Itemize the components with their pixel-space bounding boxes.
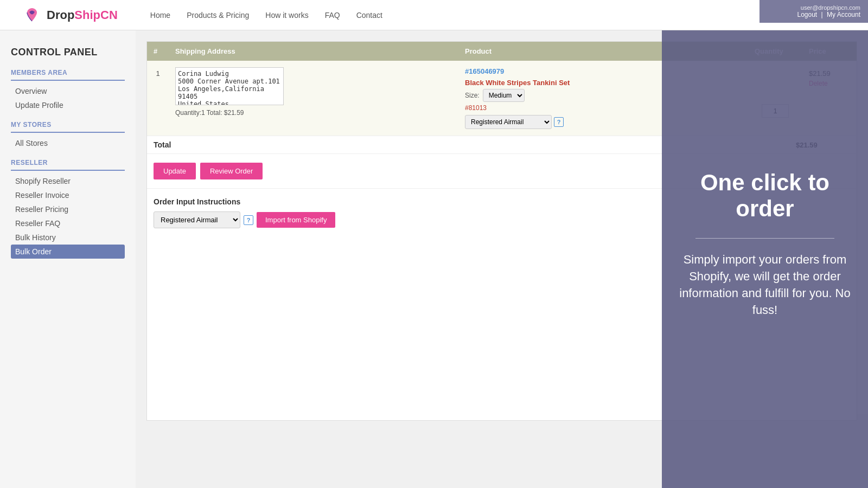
members-area-label: MEMBERS AREA (11, 69, 125, 76)
update-button[interactable]: Update (154, 163, 196, 179)
user-links: Logout | My Account (797, 11, 860, 18)
help-icon[interactable]: ? (554, 117, 564, 127)
overlay-divider (695, 238, 834, 239)
sidebar-item-shopify-reseller[interactable]: Shopify Reseller (11, 174, 125, 188)
nav-products-pricing[interactable]: Products & Pricing (187, 11, 249, 20)
reseller-label: RESELLER (11, 159, 125, 166)
size-label: Size: (465, 92, 480, 99)
sidebar-title: CONTROL PANEL (11, 47, 125, 58)
logo-icon (22, 5, 42, 25)
import-from-shopify-button[interactable]: Import from Shopify (257, 212, 335, 228)
nav-home[interactable]: Home (150, 11, 170, 20)
reseller-divider (11, 170, 125, 171)
address-qty: Quantity:1 Total: $21.59 (175, 109, 452, 117)
overlay-body: Simply import your orders from Shopify, … (678, 252, 852, 318)
sidebar: CONTROL PANEL MEMBERS AREA Overview Upda… (0, 30, 136, 488)
overlay-headline: One click to order (678, 170, 852, 222)
sidebar-item-bulk-order[interactable]: Bulk Order (11, 245, 125, 259)
header: DropShipCN Home Products & Pricing How i… (0, 0, 868, 30)
user-bar: user@dropshipcn.com Logout | My Account (760, 0, 868, 23)
user-email: user@dropshipcn.com (801, 4, 860, 11)
right-overlay: user@dropshipcn.com Logout | My Account … (662, 0, 868, 488)
my-account-link[interactable]: My Account (827, 11, 860, 18)
my-stores-label: MY STORES (11, 121, 125, 129)
instructions-help-icon[interactable]: ? (244, 215, 253, 225)
sidebar-item-reseller-pricing[interactable]: Reseller Pricing (11, 202, 125, 216)
instructions-shipping-select[interactable]: Registered Airmail ePacket Standard Ship… (154, 211, 240, 228)
sidebar-item-reseller-invoice[interactable]: Reseller Invoice (11, 188, 125, 202)
nav-contact[interactable]: Contact (356, 11, 382, 20)
sidebar-item-bulk-history[interactable]: Bulk History (11, 230, 125, 245)
nav-how-it-works[interactable]: How it works (265, 11, 308, 20)
nav-faq[interactable]: FAQ (325, 11, 340, 20)
logo: DropShipCN (22, 5, 118, 25)
shipping-address-cell: Quantity:1 Total: $21.59 (169, 61, 458, 136)
shipping-select-product[interactable]: Registered Airmail ePacket Standard Ship… (465, 115, 552, 129)
sidebar-item-reseller-faq[interactable]: Reseller FAQ (11, 216, 125, 230)
logout-link[interactable]: Logout (797, 11, 817, 18)
row-number: 1 (147, 61, 169, 136)
review-order-button[interactable]: Review Order (200, 163, 263, 179)
stores-divider (11, 132, 125, 133)
logo-text: DropShipCN (47, 8, 118, 22)
col-num: # (147, 42, 169, 61)
members-divider (11, 80, 125, 81)
sidebar-item-update-profile[interactable]: Update Profile (11, 98, 125, 112)
size-select[interactable]: Small Medium Large XL (483, 89, 525, 102)
sidebar-item-overview[interactable]: Overview (11, 84, 125, 98)
col-shipping: Shipping Address (169, 42, 458, 61)
sidebar-item-all-stores[interactable]: All Stores (11, 136, 125, 150)
main-nav: Home Products & Pricing How it works FAQ… (150, 11, 846, 20)
address-textarea[interactable] (175, 67, 284, 105)
